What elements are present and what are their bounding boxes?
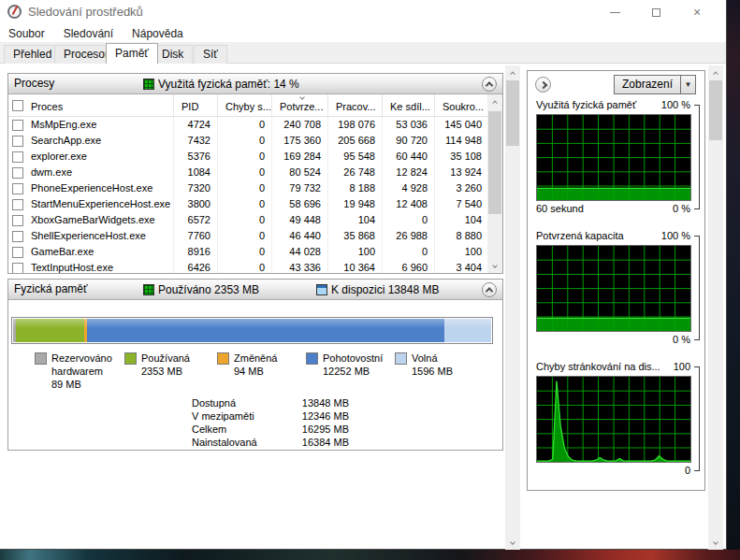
column-header-6[interactable]: Soukro... (435, 94, 489, 117)
panel-expand-button[interactable] (535, 77, 551, 93)
tab-memory[interactable]: Paměť (106, 43, 158, 64)
process-value-cell: 0 (218, 212, 272, 228)
process-value-cell: 95 548 (328, 149, 383, 165)
table-row[interactable]: StartMenuExperienceHost.exe3800058 69619… (8, 196, 487, 212)
scrollbar-thumb[interactable] (709, 80, 722, 140)
tab-disk[interactable]: Disk (152, 45, 193, 64)
column-header-1[interactable]: PID (174, 94, 218, 117)
legend-item: Rezervováno hardwarem 89 MB (35, 352, 128, 391)
graph-axis-bracket (694, 105, 700, 209)
maximize-button[interactable] (635, 0, 676, 24)
scroll-up-button[interactable] (505, 65, 520, 80)
process-checkbox[interactable] (12, 231, 23, 242)
menu-file[interactable]: Soubor (0, 27, 54, 40)
memory-section-header[interactable]: Fyzická paměť Používáno 2353 MB K dispoz… (8, 280, 502, 300)
column-header-0[interactable]: Proces (8, 94, 174, 117)
process-checkbox[interactable] (12, 199, 23, 210)
process-value-cell: 26 988 (383, 228, 435, 244)
column-header-4[interactable]: Pracov... (328, 94, 383, 117)
graph-title-row: Chyby stránkování na dis...100 (536, 361, 690, 374)
table-row[interactable]: PhoneExperienceHost.exe7320079 7328 1884… (8, 180, 487, 196)
process-value-cell: 10 364 (328, 260, 383, 273)
processes-section-title: Procesy (14, 74, 54, 93)
scroll-down-button[interactable] (505, 535, 520, 550)
minimize-button[interactable] (594, 0, 635, 24)
stat-value: 12346 MB (282, 409, 349, 423)
graph-title-row: Potvrzená kapacita100 % (536, 230, 690, 243)
table-row[interactable]: TextInputHost.exe6426043 33610 3646 9603… (8, 260, 487, 273)
process-name-cell: XboxGameBarWidgets.exe (8, 212, 174, 228)
process-value-cell: 35 108 (435, 149, 487, 165)
scrollbar-thumb[interactable] (506, 80, 519, 146)
process-checkbox[interactable] (12, 120, 23, 131)
tab-network[interactable]: Síť (194, 45, 227, 64)
process-value-cell: 19 948 (328, 196, 383, 212)
process-value-cell: 100 (435, 244, 487, 260)
process-table-scrollbar[interactable] (487, 94, 502, 273)
process-value-cell: 12 408 (383, 196, 435, 212)
legend-swatch-icon (124, 352, 137, 365)
process-value-cell: 6426 (174, 260, 218, 273)
column-header-2[interactable]: Chyby s... (218, 94, 272, 117)
table-row[interactable]: XboxGameBarWidgets.exe6572049 4481040104 (8, 212, 487, 228)
process-value-cell: 3 260 (435, 180, 487, 196)
scrollbar-thumb[interactable] (488, 111, 501, 214)
right-pane-scrollbar[interactable] (708, 65, 723, 550)
legend-swatch-icon (217, 352, 229, 365)
stat-label: Dostupná (192, 396, 282, 409)
process-checkbox[interactable] (12, 151, 23, 163)
menu-help[interactable]: Nápověda (123, 27, 193, 40)
scroll-up-button[interactable] (708, 65, 723, 80)
process-value-cell: 0 (218, 117, 272, 133)
left-pane-scrollbar[interactable] (505, 65, 520, 550)
column-header-5[interactable]: Ke sdíl... (383, 94, 435, 117)
menu-monitor[interactable]: Sledování (54, 27, 123, 40)
graph-footer-row: 60 sekund0 % (536, 203, 690, 216)
processes-collapse-button[interactable] (482, 77, 497, 92)
tab-overview[interactable]: Přehled (4, 45, 61, 64)
close-button[interactable]: × (676, 0, 718, 24)
table-row[interactable]: ShellExperienceHost.exe7760046 44035 868… (8, 228, 487, 244)
physical-memory-section: Fyzická paměť Používáno 2353 MB K dispoz… (7, 279, 503, 451)
table-row[interactable]: SearchApp.exe74320175 360205 66890 72011… (8, 133, 487, 149)
process-value-cell: 7 540 (435, 196, 487, 212)
memory-used-status: Používáno 2353 MB (143, 280, 259, 300)
memory-section-title: Fyzická paměť (14, 280, 88, 299)
process-value-cell: 6 960 (383, 260, 435, 273)
legend-item: Používaná 2353 MB (124, 352, 190, 378)
scroll-down-button[interactable] (487, 258, 502, 273)
maximize-icon (652, 8, 660, 17)
graph-plot-area (536, 245, 691, 332)
process-checkbox[interactable] (12, 183, 23, 194)
table-row[interactable]: explorer.exe53760169 28495 54860 44035 1… (8, 149, 487, 165)
chevron-down-icon (713, 539, 718, 545)
process-checkbox[interactable] (12, 247, 23, 258)
process-checkbox[interactable] (12, 167, 23, 179)
process-checkbox[interactable] (12, 215, 23, 226)
desktop-background: Sledování prostředků × Soubor Sledování … (0, 0, 740, 560)
process-name: PhoneExperienceHost.exe (31, 180, 152, 196)
dropdown-arrow-icon[interactable]: ▼ (680, 76, 695, 93)
sort-indicator-icon (299, 94, 305, 100)
process-checkbox[interactable] (12, 136, 23, 147)
process-value-cell: 5376 (174, 149, 218, 165)
processes-section-header[interactable]: Procesy Využitá fyzická paměť: 14 % (8, 74, 502, 94)
process-value-cell: 44 028 (272, 244, 328, 260)
process-name: explorer.exe (31, 149, 87, 165)
column-header-3[interactable]: Potvrze... (272, 94, 328, 117)
process-value-cell: 0 (218, 228, 272, 244)
table-row[interactable]: GameBar.exe8916044 0281000100 (8, 244, 487, 260)
graph-plot-area (536, 376, 691, 463)
memory-bar-segment (444, 319, 491, 342)
table-row[interactable]: dwm.exe1084080 52426 74812 82413 924 (8, 165, 487, 180)
scroll-down-button[interactable] (708, 535, 723, 550)
available-memory-swatch-icon (316, 284, 327, 295)
process-checkbox[interactable] (12, 263, 23, 274)
scroll-up-button[interactable] (487, 94, 502, 109)
table-row[interactable]: MsMpEng.exe47240240 708198 07653 036145 … (8, 117, 487, 133)
process-value-cell: 60 440 (383, 149, 435, 165)
view-button[interactable]: Zobrazení ▼ (614, 75, 696, 94)
chevron-up-icon (486, 81, 493, 89)
memory-collapse-button[interactable] (482, 282, 497, 297)
used-memory-swatch-icon (143, 284, 154, 295)
